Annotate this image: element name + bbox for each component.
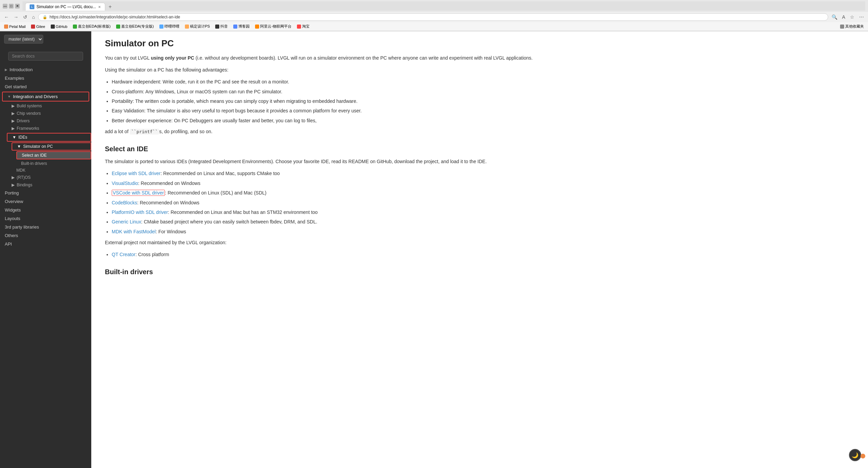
- intro-paragraph: You can try out LVGL using only your PC …: [105, 54, 854, 62]
- aliyun-icon: [255, 25, 259, 29]
- bookmark-gaoding[interactable]: 稿定设计PS: [184, 23, 211, 30]
- expand-icon: ▶: [5, 68, 7, 72]
- sidebar-item-rtos[interactable]: ▶ (RT)OS: [7, 174, 91, 181]
- close-button[interactable]: ✕: [15, 4, 20, 9]
- sidebar-item-get-started[interactable]: Get started: [0, 82, 91, 91]
- new-tab-button[interactable]: +: [107, 3, 114, 11]
- section-built-in: Built-in drivers: [105, 268, 854, 276]
- more-button[interactable]: ⋯: [858, 14, 865, 20]
- sidebar-item-3rd-party[interactable]: 3rd party libraries: [0, 223, 91, 231]
- sidebar-item-introduction[interactable]: ▶ Introduction: [0, 65, 91, 74]
- expand-icon-rtos: ▶: [12, 175, 15, 180]
- window-controls[interactable]: — □ ✕: [3, 4, 20, 9]
- section-select-ide: Select an IDE: [105, 145, 854, 153]
- sidebar-item-overview[interactable]: Overview: [0, 197, 91, 206]
- ide-visual-studio: VisualStudio: Recommended on Windows: [112, 180, 854, 187]
- version-select[interactable]: master (latest): [4, 35, 43, 44]
- url-bar[interactable]: 🔒 https://docs.lvgl.io/master/integratio…: [38, 13, 828, 21]
- bookmark-jlceda-std[interactable]: 嘉立创EDA(标准版): [72, 23, 112, 30]
- bookmarks-bar: Petal Mail Gitee GitHub 嘉立创EDA(标准版) 嘉立创E…: [0, 22, 868, 31]
- sidebar-item-widgets[interactable]: Widgets: [0, 206, 91, 214]
- tab-close-button[interactable]: ✕: [98, 5, 101, 9]
- simulator-box: ▼ Simulator on PC: [12, 142, 91, 151]
- bookmark-bilibili[interactable]: 哔哩哔哩: [158, 23, 181, 30]
- codeblocks-link[interactable]: CodeBlocks: [112, 200, 137, 205]
- expand-icon-frameworks: ▶: [12, 126, 15, 131]
- sidebar-item-frameworks[interactable]: ▶ Frameworks: [7, 125, 91, 132]
- mdk-link[interactable]: MDK with FastModel: [112, 229, 156, 234]
- sidebar-item-examples[interactable]: Examples: [0, 74, 91, 82]
- browser-chrome: — □ ✕ L Simulator on PC — LVGL docu... ✕…: [0, 0, 868, 31]
- qt-creator-link[interactable]: QT Creator: [112, 252, 136, 257]
- search-button[interactable]: 🔍: [830, 14, 839, 20]
- advantages-list: Hardware independent: Write code, run it…: [112, 78, 854, 124]
- sidebar-item-layouts[interactable]: Layouts: [0, 214, 91, 223]
- maximize-button[interactable]: □: [9, 4, 14, 9]
- sidebar: master (latest) ▶ Introduction Examples …: [0, 31, 91, 468]
- forward-button[interactable]: →: [12, 14, 20, 20]
- sidebar-item-simulator[interactable]: ▼ Simulator on PC: [12, 143, 91, 150]
- expand-icon-integration: ▼: [7, 95, 11, 98]
- url-text: https://docs.lvgl.io/master/integration/…: [49, 15, 180, 19]
- generic-linux-link[interactable]: Generic Linux: [112, 219, 141, 224]
- ide-list: Eclipse with SDL driver: Recommended on …: [112, 170, 854, 235]
- bookmark-taobao[interactable]: 淘宝: [296, 23, 311, 30]
- vs-link[interactable]: VisualStudio: [112, 181, 138, 186]
- bookmark-button[interactable]: ☆: [849, 14, 856, 20]
- bookmark-aliyun[interactable]: 阿里云-物联网平台: [254, 23, 293, 30]
- translate-button[interactable]: A: [841, 14, 847, 20]
- advantages-suffix: add a lot of ``printf``s, do profiling, …: [105, 128, 854, 136]
- taobao-icon: [297, 25, 301, 29]
- cnblogs-icon: [233, 25, 237, 29]
- gitee-icon: [31, 25, 35, 29]
- active-tab[interactable]: L Simulator on PC — LVGL docu... ✕: [25, 3, 105, 11]
- sidebar-item-build-systems[interactable]: ▶ Build systems: [7, 102, 91, 110]
- minimize-button[interactable]: —: [3, 4, 7, 9]
- doc-content: Simulator on PC You can try out LVGL usi…: [91, 31, 868, 468]
- simulator-children: Select an IDE Built-in drivers: [12, 151, 91, 167]
- bookmark-jlceda-pro[interactable]: 嘉立创EDA(专业版): [115, 23, 155, 30]
- platformio-link[interactable]: PlatformIO with SDL driver: [112, 209, 168, 215]
- back-button[interactable]: ←: [3, 14, 10, 20]
- jlceda-std-icon: [73, 25, 77, 29]
- ide-platformio: PlatformIO with SDL driver: Recommended …: [112, 208, 854, 216]
- home-button[interactable]: ⌂: [31, 14, 36, 20]
- folder-icon: [840, 25, 844, 29]
- ide-codeblocks: CodeBlocks: Recommended on Windows: [112, 199, 854, 206]
- bookmark-gitee[interactable]: Gitee: [30, 24, 46, 29]
- vscode-link[interactable]: VSCode with SDL driver: [113, 190, 164, 196]
- expand-icon-simulator: ▼: [17, 144, 21, 149]
- sidebar-item-select-ide[interactable]: Select an IDE: [17, 152, 91, 159]
- sidebar-item-integration[interactable]: ▼ Integration and Drivers: [3, 92, 89, 101]
- bookmark-github[interactable]: GitHub: [49, 24, 69, 29]
- ides-children: ▼ Simulator on PC Select an IDE Built-in…: [7, 142, 91, 174]
- sidebar-item-others[interactable]: Others: [0, 231, 91, 240]
- external-intro: External project not maintained by the L…: [105, 239, 854, 247]
- advantage-1: Hardware independent: Write code, run it…: [112, 78, 854, 85]
- sidebar-item-porting[interactable]: Porting: [0, 189, 91, 197]
- expand-icon-drivers: ▶: [12, 119, 15, 123]
- search-input[interactable]: [8, 52, 83, 61]
- sidebar-item-api[interactable]: API: [0, 240, 91, 248]
- sidebar-item-chip-vendors[interactable]: ▶ Chip vendors: [7, 110, 91, 117]
- integration-drivers-box: ▼ Integration and Drivers: [2, 92, 89, 102]
- dark-mode-toggle[interactable]: 🌙: [849, 449, 861, 461]
- sidebar-item-mdk[interactable]: MDK: [12, 167, 91, 174]
- sidebar-item-bindings[interactable]: ▶ Bindings: [7, 181, 91, 189]
- external-list: QT Creator: Cross platform: [112, 251, 854, 258]
- eclipse-link[interactable]: Eclipse with SDL driver: [112, 171, 160, 176]
- sidebar-item-drivers[interactable]: ▶ Drivers: [7, 117, 91, 125]
- ides-box: ▼ IDEs: [7, 133, 91, 142]
- tab-favicon: L: [30, 4, 34, 9]
- sidebar-item-ides[interactable]: ▼ IDEs: [7, 134, 91, 141]
- title-bar: — □ ✕ L Simulator on PC — LVGL docu... ✕…: [0, 0, 868, 12]
- sidebar-item-builtin-drivers[interactable]: Built-in drivers: [16, 160, 91, 167]
- ide-intro: The simulator is ported to various IDEs …: [105, 158, 854, 166]
- refresh-button[interactable]: ↺: [22, 14, 29, 20]
- bookmark-douyin[interactable]: 抖音: [214, 23, 229, 30]
- select-ide-box: Select an IDE: [16, 151, 91, 159]
- bookmark-petal-mail[interactable]: Petal Mail: [3, 24, 27, 29]
- bookmark-cnblogs[interactable]: 博客园: [232, 23, 251, 30]
- bookmark-others[interactable]: 其他收藏夹: [839, 23, 865, 30]
- lock-icon: 🔒: [43, 15, 47, 19]
